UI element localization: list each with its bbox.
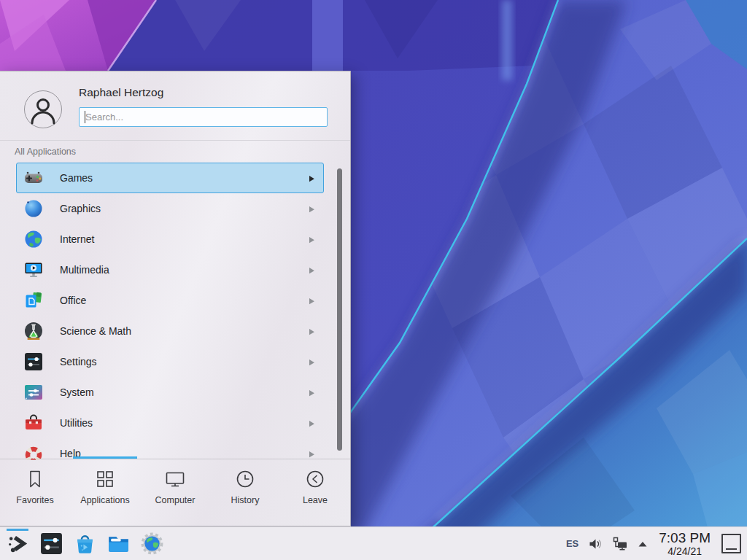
category-games[interactable]: Games ▶: [16, 163, 324, 193]
system-settings-icon: [39, 532, 63, 556]
taskbar-apps: [3, 527, 166, 560]
header-separator: [0, 140, 350, 141]
leave-icon: [304, 468, 326, 490]
category-internet[interactable]: Internet ▶: [16, 224, 324, 254]
tab-favorites[interactable]: Favorites: [0, 459, 70, 526]
games-icon: [23, 168, 44, 188]
tab-label: Computer: [155, 495, 196, 505]
volume-icon[interactable]: [588, 537, 603, 551]
tab-applications[interactable]: Applications: [70, 459, 140, 526]
category-label: System: [60, 386, 94, 398]
discover-icon: [73, 532, 97, 556]
category-utilities[interactable]: Utilities ▶: [16, 408, 324, 438]
launcher-button[interactable]: [3, 528, 32, 560]
show-desktop-button[interactable]: [721, 534, 741, 553]
globe-gear-icon: [140, 532, 164, 556]
submenu-arrow-icon: ▶: [309, 327, 314, 335]
folder-icon: [107, 532, 131, 556]
section-label: All Applications: [15, 147, 76, 157]
bookmark-icon: [24, 468, 46, 490]
application-launcher-menu: Raphael Hertzog All Applications: [0, 71, 351, 526]
footer-tabs: Favorites Applications: [0, 459, 350, 526]
show-desktop-glyph: [726, 548, 737, 550]
tab-label: History: [231, 495, 260, 505]
submenu-arrow-icon: ▶: [309, 357, 314, 366]
tab-label: Leave: [303, 495, 328, 505]
expand-tray-icon[interactable]: [638, 540, 648, 548]
submenu-arrow-icon: ▶: [309, 449, 314, 458]
submenu-arrow-icon: ▶: [309, 265, 314, 274]
clock-time: 7:03 PM: [659, 531, 711, 545]
submenu-arrow-icon: ▶: [309, 235, 314, 244]
office-icon: [23, 290, 44, 311]
multimedia-icon: [23, 260, 44, 280]
category-multimedia[interactable]: Multimedia ▶: [16, 254, 324, 285]
user-avatar[interactable]: [24, 90, 62, 128]
user-icon: [26, 93, 60, 126]
category-label: Science & Math: [60, 325, 131, 337]
monitor-icon: [164, 468, 186, 490]
system-icon: [23, 382, 44, 402]
category-list: Games ▶ Graphics ▶: [0, 163, 350, 460]
category-label: Internet: [60, 233, 94, 245]
submenu-arrow-icon: ▶: [309, 419, 314, 427]
keyboard-layout-indicator[interactable]: ES: [566, 538, 578, 549]
science-icon: [23, 321, 44, 341]
system-settings-button[interactable]: [36, 528, 66, 560]
category-science-math[interactable]: Science & Math ▶: [16, 316, 324, 346]
category-label: Office: [60, 295, 86, 306]
settings-icon: [23, 351, 44, 372]
category-label: Graphics: [60, 203, 101, 214]
tab-label: Favorites: [16, 495, 53, 505]
tab-computer[interactable]: Computer: [140, 459, 210, 526]
active-tab-indicator: [73, 456, 137, 459]
search-input[interactable]: [79, 107, 328, 127]
category-graphics[interactable]: Graphics ▶: [16, 193, 324, 224]
submenu-arrow-icon: ▶: [309, 204, 314, 213]
tab-history[interactable]: History: [210, 459, 280, 526]
scrollbar[interactable]: [337, 168, 342, 451]
network-icon[interactable]: [612, 536, 628, 552]
file-manager-button[interactable]: [104, 528, 133, 560]
grid-icon: [94, 468, 116, 490]
utilities-icon: [23, 413, 44, 433]
category-label: Multimedia: [60, 264, 109, 276]
help-icon: [23, 443, 44, 460]
system-tray: ES: [566, 527, 743, 560]
clock[interactable]: 7:03 PM 4/24/21: [659, 531, 711, 556]
submenu-arrow-icon: ▶: [309, 174, 314, 182]
category-system[interactable]: System ▶: [16, 377, 324, 408]
category-settings[interactable]: Settings ▶: [16, 346, 324, 377]
category-label: Settings: [60, 356, 97, 368]
internet-icon: [23, 229, 44, 249]
discover-button[interactable]: [70, 528, 99, 560]
category-label: Utilities: [60, 417, 93, 429]
category-help[interactable]: Help ▶: [16, 438, 324, 460]
graphics-icon: [23, 198, 44, 219]
desktop: Raphael Hertzog All Applications: [0, 0, 747, 560]
category-office[interactable]: Office ▶: [16, 285, 324, 316]
user-name: Raphael Hertzog: [79, 86, 163, 99]
tab-label: Applications: [80, 495, 129, 505]
submenu-arrow-icon: ▶: [309, 388, 314, 397]
clock-date: 4/24/21: [659, 546, 711, 556]
category-label: Games: [60, 172, 93, 184]
clock-icon: [234, 468, 256, 490]
active-task-indicator: [7, 529, 28, 531]
tab-leave[interactable]: Leave: [280, 459, 350, 526]
text-caret: [85, 111, 85, 123]
web-browser-button[interactable]: [137, 528, 166, 560]
kde-launcher-icon: [6, 532, 30, 556]
taskbar: ES: [0, 526, 747, 560]
submenu-arrow-icon: ▶: [309, 296, 314, 305]
